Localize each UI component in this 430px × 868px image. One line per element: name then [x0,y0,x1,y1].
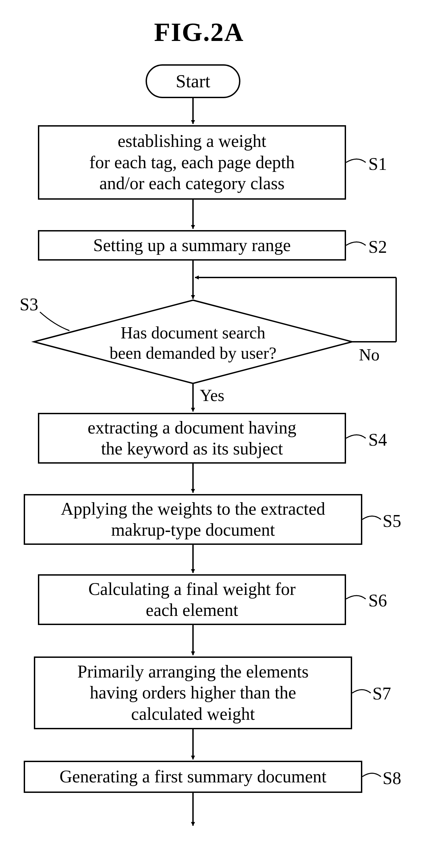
step-s5-text: Applying the weights to the extracted ma… [61,498,325,541]
step-s3-label: S3 [20,294,38,314]
step-s8-label: S8 [383,768,401,788]
flowchart-canvas: FIG.2A Start establishing a weight for e… [0,0,430,868]
step-s4: extracting a document having the keyword… [38,413,346,464]
step-s2: Setting up a summary range [38,230,346,261]
figure-title: FIG.2A [154,17,244,47]
start-label: Start [176,71,210,92]
step-s2-label: S2 [368,237,387,257]
step-s7-label: S7 [372,684,391,704]
svg-text:No: No [359,345,380,364]
start-terminator: Start [146,64,240,98]
step-s5-label: S5 [383,511,401,531]
step-s6: Calculating a final weight for each elem… [38,574,346,625]
step-s6-text: Calculating a final weight for each elem… [88,579,296,621]
step-s1-text: establishing a weight for each tag, each… [89,131,295,194]
svg-marker-3 [34,300,352,383]
svg-text:Yes: Yes [200,386,224,405]
step-s1-label: S1 [368,154,387,174]
step-s8: Generating a first summary document [24,761,362,793]
step-s6-label: S6 [368,591,387,610]
svg-text:Has document search: Has document search [121,323,265,342]
step-s7: Primarily arranging the elements having … [34,656,352,729]
step-s4-text: extracting a document having the keyword… [88,417,297,460]
step-s8-text: Generating a first summary document [60,766,326,787]
step-s2-text: Setting up a summary range [93,235,291,256]
step-s7-text: Primarily arranging the elements having … [77,661,308,725]
step-s4-label: S4 [368,430,387,450]
step-s1: establishing a weight for each tag, each… [38,125,346,200]
svg-text:been demanded by user?: been demanded by user? [110,343,277,362]
step-s5: Applying the weights to the extracted ma… [24,494,362,545]
